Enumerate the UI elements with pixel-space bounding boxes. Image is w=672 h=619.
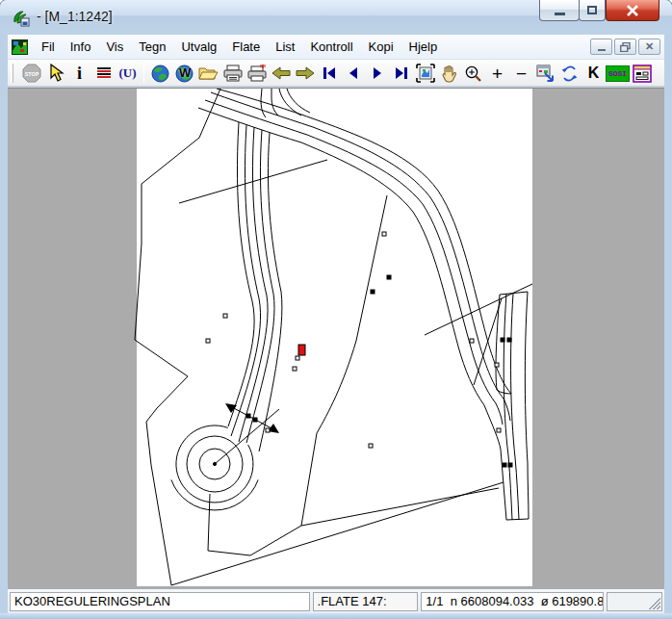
next-button[interactable] — [365, 62, 389, 85]
point-marker[interactable] — [507, 338, 511, 342]
app-icon — [12, 9, 31, 28]
info-button[interactable]: i — [67, 62, 91, 85]
status-resize-grip[interactable] — [607, 592, 662, 611]
point-marker[interactable] — [266, 428, 270, 432]
point-marker[interactable] — [293, 367, 297, 371]
menu-flate[interactable]: Flate — [224, 37, 268, 57]
title-bar: - [M_1:1242] — [0, 0, 672, 35]
map-window-icon — [536, 64, 556, 83]
point-marker[interactable] — [296, 356, 299, 360]
document-map-icon — [12, 39, 28, 55]
point-marker[interactable] — [508, 463, 512, 467]
close-button[interactable] — [606, 0, 659, 21]
point-marker[interactable] — [387, 275, 391, 279]
underline-codes-icon: (U) — [118, 65, 136, 81]
point-marker[interactable] — [206, 339, 210, 343]
close-icon — [626, 5, 639, 16]
previous-button[interactable] — [341, 62, 365, 85]
zoom-extents-button[interactable] — [413, 62, 437, 85]
stop-button[interactable]: STOP — [19, 62, 43, 85]
point-marker[interactable] — [497, 428, 501, 432]
redraw-button[interactable] — [557, 62, 582, 85]
menu-list[interactable]: List — [268, 37, 302, 57]
menu-fil[interactable]: Fil — [34, 37, 63, 57]
letter-k-icon: K — [588, 64, 600, 82]
point-marker[interactable] — [503, 463, 506, 467]
menu-vis[interactable]: Vis — [98, 37, 131, 57]
selected-flate-marker[interactable] — [298, 345, 305, 355]
status-bar: KO30REGULERINGSPLAN .FLATE 147: 1/1 n 66… — [8, 589, 664, 613]
mdi-window-buttons: ✕ — [590, 39, 664, 55]
mdi-restore-icon — [620, 42, 631, 52]
zoom-extents-icon — [416, 64, 435, 83]
koordinat-button[interactable]: K — [582, 62, 606, 85]
point-marker[interactable] — [495, 363, 499, 367]
point-marker[interactable] — [369, 444, 373, 448]
stop-icon: STOP — [21, 63, 42, 84]
mdi-close-icon: ✕ — [645, 41, 654, 52]
point-marker[interactable] — [253, 418, 257, 422]
dialog-form-button[interactable] — [630, 62, 654, 85]
toolbar-grip[interactable] — [11, 64, 13, 83]
toolbar: STOP i (U) — [8, 60, 664, 87]
arrow-left-icon — [271, 66, 291, 80]
open-file-button[interactable] — [196, 62, 220, 85]
status-plan-name: KO30REGULERINGSPLAN — [10, 592, 310, 611]
web-map-button[interactable]: W — [172, 62, 196, 85]
print-button[interactable] — [220, 62, 245, 85]
maximize-icon — [587, 6, 597, 14]
menu-bar: Fil Info Vis Tegn Utvalg Flate List Kont… — [8, 35, 664, 60]
mdi-minimize-button[interactable] — [590, 39, 612, 55]
print-setup-button[interactable] — [245, 62, 269, 85]
minimize-icon — [555, 13, 565, 15]
menu-kopi[interactable]: Kopi — [361, 37, 401, 57]
menu-tegn[interactable]: Tegn — [131, 37, 173, 57]
globe-icon — [151, 64, 169, 83]
nav-first-icon — [323, 66, 336, 80]
dialog-form-icon — [633, 64, 652, 83]
back-button[interactable] — [269, 62, 293, 85]
point-marker[interactable] — [371, 290, 375, 294]
point-marker[interactable] — [382, 232, 386, 236]
pan-button[interactable] — [437, 62, 461, 85]
magnifier-icon — [464, 64, 482, 83]
map-sheet — [137, 89, 532, 586]
nav-previous-icon — [348, 66, 359, 80]
point-marker[interactable] — [223, 314, 227, 318]
nav-next-icon — [372, 66, 383, 80]
mdi-minimize-icon — [598, 49, 606, 51]
sosi-button[interactable]: SOSI — [606, 62, 630, 85]
menu-kontroll[interactable]: Kontroll — [302, 37, 360, 57]
minus-icon: − — [516, 64, 527, 83]
menu-utvalg[interactable]: Utvalg — [173, 37, 224, 57]
status-coordinates: 1/1 n 6608094.033 ø 619890.8 — [421, 592, 604, 611]
select-cursor-button[interactable] — [43, 62, 67, 85]
object-list-button[interactable] — [91, 62, 116, 85]
window-title: - [M_1:1242] — [37, 9, 113, 24]
point-marker[interactable] — [501, 338, 504, 342]
plus-icon: + — [492, 64, 503, 83]
mdi-restore-button[interactable] — [614, 39, 636, 55]
forward-button[interactable] — [293, 62, 317, 85]
zoom-out-button[interactable]: − — [509, 62, 533, 85]
menu-info[interactable]: Info — [63, 37, 99, 57]
map-window-button[interactable] — [533, 62, 557, 85]
map-canvas[interactable] — [8, 88, 664, 589]
underline-codes-button[interactable]: (U) — [116, 62, 140, 85]
first-button[interactable] — [317, 62, 341, 85]
last-button[interactable] — [389, 62, 413, 85]
point-marker[interactable] — [246, 414, 250, 418]
zoom-window-button[interactable] — [461, 62, 485, 85]
object-list-icon — [96, 65, 112, 81]
pan-hand-icon — [441, 64, 457, 83]
maximize-button[interactable] — [579, 0, 606, 21]
minimize-button[interactable] — [539, 0, 580, 21]
zoom-in-button[interactable]: + — [485, 62, 509, 85]
globe-button[interactable] — [148, 62, 172, 85]
refresh-icon — [560, 64, 579, 83]
web-map-letter: W — [179, 65, 191, 80]
menu-hjelp[interactable]: Hjelp — [401, 37, 446, 57]
window-bottom-border — [0, 613, 672, 619]
mdi-close-button[interactable]: ✕ — [638, 39, 660, 55]
point-marker[interactable] — [470, 339, 474, 343]
